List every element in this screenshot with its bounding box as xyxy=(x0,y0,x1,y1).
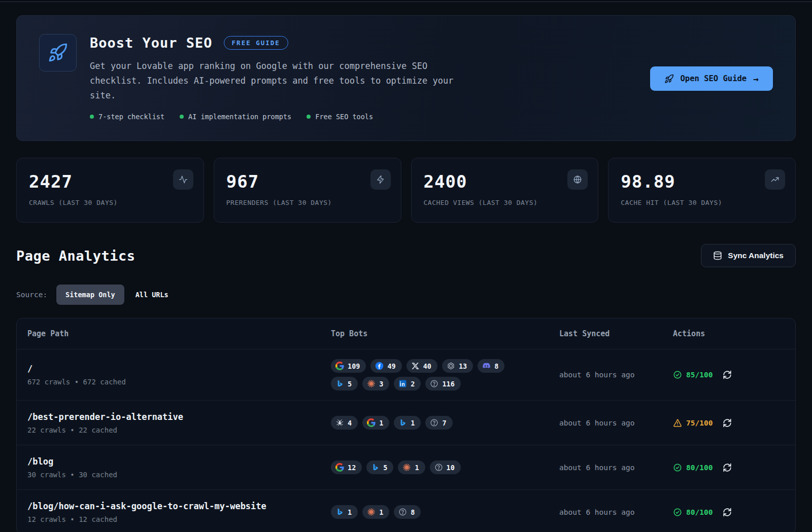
bot-count: 12 xyxy=(348,464,356,472)
top-divider xyxy=(0,2,812,2)
crawl-meta: 672 crawls • 672 cached xyxy=(27,378,331,386)
column-header-actions: Actions xyxy=(673,329,785,338)
refresh-icon xyxy=(723,370,732,379)
open-seo-guide-label: Open SEO Guide xyxy=(681,74,747,83)
recache-button[interactable] xyxy=(723,508,732,517)
arrow-right-icon: → xyxy=(753,74,759,84)
green-dot-icon xyxy=(90,115,94,119)
zap-icon xyxy=(370,169,391,190)
seo-score-value: 80/100 xyxy=(686,464,713,472)
bot-badge: 10 xyxy=(430,460,461,474)
actions-cell: 80/100 xyxy=(673,508,785,517)
bot-count: 7 xyxy=(442,419,446,427)
green-dot-icon xyxy=(180,115,184,119)
activity-icon xyxy=(173,169,193,190)
stat-value: 98.89 xyxy=(621,171,783,192)
bot-count: 1 xyxy=(379,419,383,427)
bot-badge: 116 xyxy=(425,377,460,391)
open-seo-guide-button[interactable]: Open SEO Guide → xyxy=(650,66,773,91)
banner-content: Boost Your SEO FREE GUIDE Get your Lovab… xyxy=(90,34,632,121)
top-bots-cell: 118 xyxy=(331,505,544,519)
crawl-meta: 22 crawls • 22 cached xyxy=(27,426,331,434)
bot-badge: 12 xyxy=(331,460,362,474)
bot-count: 5 xyxy=(383,464,387,472)
discord-icon xyxy=(482,362,491,370)
stat-label: CRAWLS (LAST 30 DAYS) xyxy=(29,199,191,206)
top-bots-cell: 125110 xyxy=(331,460,544,474)
recache-button[interactable] xyxy=(723,418,732,428)
source-label: Source: xyxy=(16,291,47,299)
actions-cell: 75/100 xyxy=(673,418,785,428)
rocket-icon xyxy=(664,74,674,84)
bot-badge: 13 xyxy=(442,359,473,373)
bot-count: 2 xyxy=(411,380,415,388)
last-synced: about 6 hours ago xyxy=(559,508,673,516)
check-circle-icon xyxy=(673,463,682,472)
actions-cell: 85/100 xyxy=(673,370,785,379)
seo-score: 80/100 xyxy=(673,463,713,472)
sync-analytics-button[interactable]: Sync Analytics xyxy=(701,244,796,267)
bot-badge: 3 xyxy=(362,377,389,391)
warning-triangle-icon xyxy=(673,418,682,428)
stat-label: CACHE HIT (LAST 30 DAYS) xyxy=(621,199,783,206)
unknown-bot-icon xyxy=(430,379,438,388)
feature-label: 7-step checklist xyxy=(98,113,164,121)
stat-card: 98.89 CACHE HIT (LAST 30 DAYS) xyxy=(608,158,796,223)
linkedin-icon xyxy=(398,379,407,388)
seo-score-value: 80/100 xyxy=(686,508,713,516)
bot-count: 40 xyxy=(423,362,431,370)
bing-icon xyxy=(335,379,344,388)
bot-badge: 40 xyxy=(407,359,437,373)
bot-badge: 49 xyxy=(370,359,401,373)
stat-label: CACHED VIEWS (LAST 30 DAYS) xyxy=(424,199,586,206)
bot-count: 10 xyxy=(447,464,455,472)
google-icon xyxy=(335,362,344,370)
feature-label: Free SEO tools xyxy=(315,113,373,121)
source-option-all-urls[interactable]: All URLs xyxy=(126,285,178,305)
table-row[interactable]: / 672 crawls • 672 cached 10949401385321… xyxy=(17,349,795,400)
bing-icon xyxy=(335,508,344,516)
recache-button[interactable] xyxy=(723,370,732,379)
check-circle-icon xyxy=(673,370,682,379)
feature-item: 7-step checklist xyxy=(90,113,164,121)
column-header-top-bots: Top Bots xyxy=(331,329,559,338)
bing-icon xyxy=(371,463,380,472)
page-path: / xyxy=(27,364,331,374)
bot-count: 4 xyxy=(348,419,352,427)
table-row[interactable]: /best-prerender-io-alternative 22 crawls… xyxy=(17,400,795,445)
source-toggle-row: Source: Sitemap OnlyAll URLs xyxy=(16,285,796,305)
actions-cell: 80/100 xyxy=(673,463,785,472)
bot-badge: 1 xyxy=(394,416,421,430)
stat-card: 2400 CACHED VIEWS (LAST 30 DAYS) xyxy=(411,158,599,223)
bot-count: 8 xyxy=(411,508,415,516)
stat-label: PRERENDERS (LAST 30 DAYS) xyxy=(226,199,389,206)
bot-count: 1 xyxy=(415,464,419,472)
bot-badge: 1 xyxy=(398,460,425,474)
bot-badge: 8 xyxy=(478,359,504,373)
last-synced: about 6 hours ago xyxy=(559,371,673,379)
free-guide-badge: FREE GUIDE xyxy=(224,36,288,50)
last-synced: about 6 hours ago xyxy=(559,419,673,427)
bot-count: 109 xyxy=(348,362,360,370)
source-option-sitemap-only[interactable]: Sitemap Only xyxy=(56,285,124,305)
bot-badge: 8 xyxy=(394,505,421,519)
stat-value: 2427 xyxy=(29,171,191,192)
google-icon xyxy=(367,418,376,427)
google-icon xyxy=(335,463,344,472)
stats-row: 2427 CRAWLS (LAST 30 DAYS) 967 PRERENDER… xyxy=(16,158,796,223)
page-path: /blog/how-can-i-ask-google-to-crawl-my-w… xyxy=(27,501,331,511)
table-row[interactable]: /blog 30 crawls • 30 cached 125110 about… xyxy=(17,445,795,489)
bot-badge: 1 xyxy=(362,416,389,430)
recache-button[interactable] xyxy=(723,463,732,472)
seo-score-value: 85/100 xyxy=(686,371,713,379)
x-icon xyxy=(411,362,420,370)
seo-score: 85/100 xyxy=(673,370,713,379)
bot-count: 5 xyxy=(348,380,352,388)
table-row[interactable]: /blog/how-can-i-ask-google-to-crawl-my-w… xyxy=(17,489,795,532)
refresh-icon xyxy=(723,508,732,517)
facebook-icon xyxy=(375,362,384,370)
openai-icon xyxy=(447,362,455,370)
column-header-last-synced: Last Synced xyxy=(559,329,673,338)
seo-score: 75/100 xyxy=(673,418,713,428)
spider-icon xyxy=(335,418,344,427)
